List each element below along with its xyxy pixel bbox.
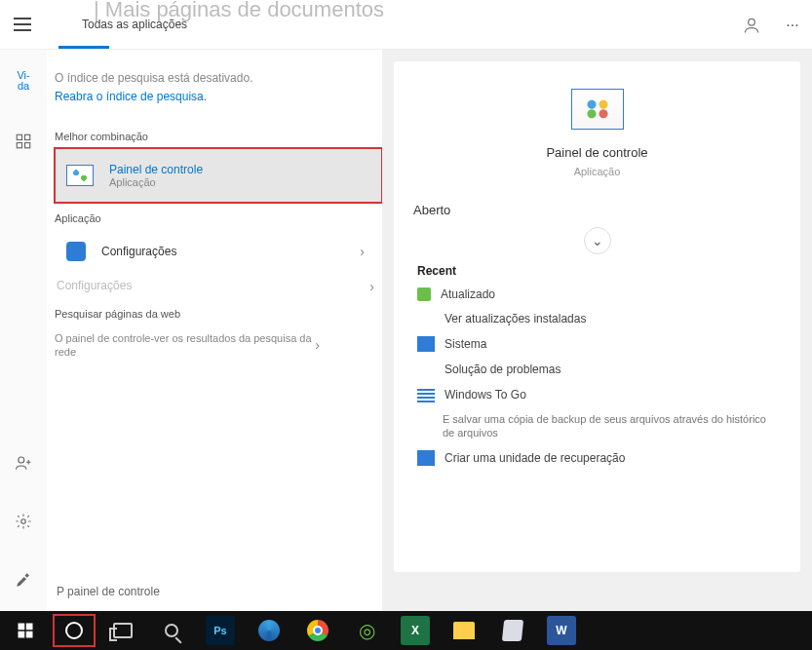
best-match-result[interactable]: Painel de controle Aplicação (55, 148, 382, 203)
recent-item[interactable]: Criar uma unidade de recuperação (417, 450, 781, 466)
preview-panel: Painel de controle Aplicação Aberto ⌄ Re… (394, 61, 800, 572)
task-view-button[interactable] (101, 614, 144, 647)
preview-title: Painel de controle (413, 145, 781, 160)
section-web: Pesquisar páginas da web (55, 308, 382, 320)
rail-brush-icon[interactable] (8, 564, 39, 595)
app-settings-label: Configurações (101, 245, 176, 258)
recovery-drive-icon (417, 450, 435, 466)
rail-add-person-icon[interactable] (8, 447, 39, 478)
svg-point-5 (19, 457, 24, 463)
best-match-title: Painel de controle (109, 163, 203, 176)
update-icon (417, 287, 431, 301)
recent-item[interactable]: Solução de problemas (417, 362, 781, 377)
ghost-settings-row: Configurações › (55, 273, 382, 298)
taskbar-app-edge[interactable] (248, 614, 290, 647)
svg-point-6 (21, 519, 26, 524)
cortana-search-button[interactable] (53, 614, 96, 647)
svg-rect-8 (26, 624, 33, 631)
left-rail: Vi- da (0, 50, 47, 611)
svg-point-0 (749, 19, 755, 25)
taskbar-app-word[interactable]: W (540, 614, 583, 647)
svg-rect-3 (17, 143, 21, 148)
svg-rect-4 (25, 143, 30, 148)
hamburger-menu-icon[interactable] (10, 11, 37, 38)
recent-item[interactable]: Atualizado (417, 287, 781, 301)
recent-list: Atualizado Ver atualizações instaladas S… (417, 287, 781, 466)
svg-rect-2 (25, 134, 30, 139)
system-icon (417, 336, 435, 352)
section-best-match: Melhor combinação (55, 131, 382, 142)
preview-subtitle: Aplicação (413, 166, 781, 177)
taskbar-app-notepad[interactable] (491, 614, 534, 647)
app-settings-item[interactable]: Configurações › (55, 230, 382, 273)
open-action[interactable]: Aberto (413, 197, 781, 223)
chevron-right-icon: › (315, 336, 320, 354)
taskbar: Ps ◎ X W (0, 611, 812, 650)
more-options-icon[interactable]: ··· (781, 14, 804, 37)
recent-item[interactable]: Windows To Go (417, 387, 781, 402)
taskbar-app-dreamweaver[interactable]: ◎ (345, 614, 388, 647)
windows-to-go-icon (417, 387, 435, 402)
index-disabled-msg: O índice de pesquisa está desativado. (55, 71, 382, 85)
search-input[interactable] (57, 585, 382, 598)
web-result-label: O painel de controle-ver os resultados d… (55, 331, 315, 360)
taskbar-app-photoshop[interactable]: Ps (199, 614, 242, 647)
control-panel-icon (64, 160, 96, 191)
web-result-item[interactable]: O painel de controle-ver os resultados d… (55, 325, 328, 365)
installed-updates-icon (417, 311, 435, 326)
troubleshoot-icon (417, 362, 435, 377)
recent-item[interactable]: Sistema (417, 336, 781, 352)
file-history-icon (417, 418, 433, 434)
start-button[interactable] (4, 614, 47, 647)
chevron-right-icon: › (360, 244, 365, 259)
recent-item[interactable]: Ver atualizações instaladas (417, 311, 781, 326)
taskbar-app-excel[interactable]: X (394, 614, 437, 647)
reopen-index-link[interactable]: Reabra o índice de pesquisa. (55, 90, 207, 103)
rail-scope-life[interactable]: Vi- da (8, 65, 39, 96)
profile-icon[interactable] (740, 14, 763, 37)
rail-settings-icon[interactable] (8, 506, 39, 537)
taskbar-app-chrome[interactable] (296, 614, 339, 647)
recent-header: Recent (417, 264, 781, 278)
expand-chevron-icon[interactable]: ⌄ (584, 227, 611, 254)
svg-rect-10 (26, 631, 33, 638)
recent-item[interactable]: E salvar uma cópia de backup de seus arq… (417, 412, 781, 440)
best-match-subtitle: Aplicação (109, 176, 203, 188)
section-apps: Aplicação (55, 212, 382, 224)
tab-underline (58, 46, 109, 49)
rail-apps-icon[interactable] (8, 126, 39, 157)
settings-app-icon (64, 240, 88, 263)
results-column: O índice de pesquisa está desativado. Re… (47, 50, 382, 572)
tab-all-apps[interactable]: Todas as aplicações (82, 18, 187, 31)
svg-rect-9 (19, 631, 25, 638)
taskbar-app-file-explorer[interactable] (443, 614, 485, 647)
svg-rect-1 (17, 134, 21, 139)
svg-rect-7 (19, 624, 25, 631)
search-header: Todas as aplicações | Mais páginas de do… (0, 0, 812, 50)
preview-control-panel-icon (571, 89, 624, 130)
magnifier-button[interactable] (150, 614, 193, 647)
search-row (47, 572, 382, 611)
